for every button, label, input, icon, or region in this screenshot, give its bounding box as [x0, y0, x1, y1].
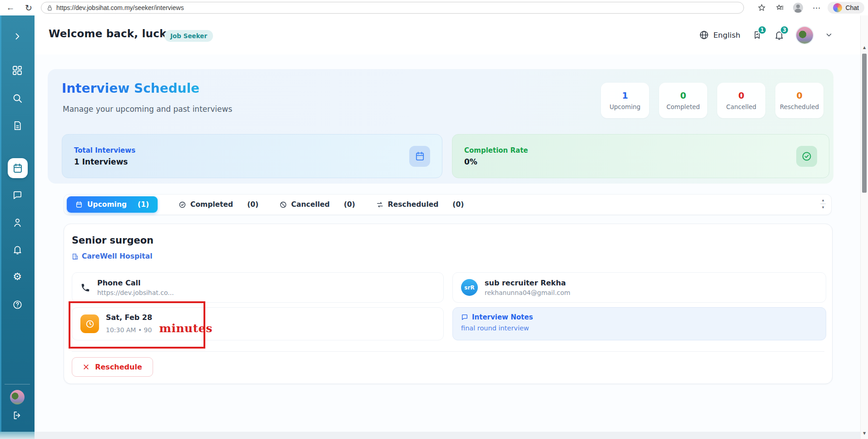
tab-count: (0) [344, 200, 355, 209]
saved-jobs-count: 1 [758, 25, 767, 35]
completion-rate-value: 0% [464, 157, 528, 166]
company-link[interactable]: CareWell Hospital [72, 252, 153, 260]
check-circle-icon [796, 146, 817, 167]
stat-label: Cancelled [726, 103, 756, 110]
bell-icon [12, 244, 23, 255]
interview-mode-link[interactable]: https://dev.jobsihat.co... [97, 289, 174, 296]
sidebar-item-search[interactable] [0, 88, 35, 108]
page-scrollbar[interactable]: ▲ ▼ [860, 15, 868, 439]
notifications-count: 3 [780, 25, 789, 35]
tab-label: Upcoming [87, 200, 127, 209]
tab-label: Cancelled [291, 200, 330, 209]
logout-icon [12, 410, 22, 420]
interview-mode-tile: Phone Call https://dev.jobsihat.co... [72, 272, 444, 303]
sidebar-logout-button[interactable] [0, 405, 35, 425]
sidebar-item-profile[interactable] [0, 212, 35, 232]
chevron-right-icon [13, 32, 22, 41]
stat-rescheduled: 0 Rescheduled [775, 83, 823, 118]
total-interviews-value: 1 Interviews [74, 157, 135, 166]
tabs-bar: Upcoming (1) Completed (0) Cancelled (0)… [64, 194, 832, 215]
building-icon [72, 253, 79, 260]
repeat-icon [376, 201, 384, 209]
tab-label: Completed [190, 200, 233, 209]
stat-label: Completed [666, 103, 700, 110]
interview-card: Senior surgeon CareWell Hospital Phone C… [64, 224, 833, 384]
chevron-down-icon[interactable] [825, 31, 833, 39]
tab-count: (0) [452, 200, 464, 209]
user-avatar[interactable] [796, 27, 813, 44]
sidebar-item-settings[interactable]: ⚙ [0, 267, 35, 287]
ban-icon [279, 201, 287, 209]
stat-completed: 0 Completed [659, 83, 707, 118]
interview-notes-panel: Interview Notes final round interview [452, 307, 826, 340]
more-menu-icon[interactable]: ⋯ [809, 1, 823, 15]
favorite-star-icon[interactable] [755, 1, 769, 15]
back-icon[interactable]: ← [3, 3, 18, 13]
section-subtitle: Manage your upcoming and past interviews [63, 105, 232, 114]
interview-mode-label: Phone Call [97, 279, 174, 287]
card-divider [72, 351, 824, 352]
tab-completed[interactable]: Completed (0) [179, 200, 258, 209]
tab-cancelled[interactable]: Cancelled (0) [279, 200, 355, 209]
sidebar-item-notifications[interactable] [0, 239, 35, 259]
language-selector[interactable]: English [699, 30, 740, 40]
sidebar-item-documents[interactable] [0, 115, 35, 135]
company-name: CareWell Hospital [82, 252, 153, 260]
calendar-icon [12, 163, 23, 174]
total-interviews-label: Total Interviews [74, 146, 135, 155]
sidebar-expand-button[interactable] [0, 26, 35, 46]
calendar-icon [75, 201, 83, 208]
sidebar-item-messages[interactable] [0, 185, 35, 205]
spinner-up-icon[interactable]: ▴ [822, 198, 824, 202]
stat-value: 0 [680, 90, 686, 100]
notifications-button[interactable]: 3 [774, 30, 784, 40]
recruiter-name: sub recruiter Rekha [485, 279, 570, 287]
tab-label: Rescheduled [388, 200, 438, 209]
stat-label: Upcoming [610, 103, 640, 110]
sidebar-avatar[interactable] [10, 390, 25, 404]
stat-value: 0 [796, 90, 802, 100]
scroll-down-icon[interactable]: ▼ [861, 431, 868, 435]
address-bar[interactable]: https://dev.jobsihat.com.my/seeker/inter… [41, 2, 744, 14]
x-icon [83, 364, 89, 370]
search-icon [12, 93, 23, 104]
screen: ← ↻ https://dev.jobsihat.com.my/seeker/i… [0, 0, 868, 439]
hero-panel: Interview Schedule Manage your upcoming … [48, 69, 833, 184]
dashboard-icon [12, 65, 23, 76]
site-header: Welcome back, lucky Job Seeker English 1… [35, 15, 860, 55]
page-title: Welcome back, lucky [49, 28, 174, 40]
copilot-chat-button[interactable]: Chat [828, 2, 864, 14]
tab-upcoming[interactable]: Upcoming (1) [67, 196, 158, 213]
calendar-icon [409, 146, 430, 167]
sidebar-item-dashboard[interactable] [0, 60, 35, 80]
help-icon [12, 299, 23, 310]
spinner-down-icon[interactable]: ▾ [822, 205, 824, 210]
saved-jobs-button[interactable]: 1 [752, 30, 762, 40]
total-interviews-card: Total Interviews 1 Interviews [62, 134, 442, 178]
copilot-chat-label: Chat [845, 4, 859, 11]
recruiter-tile: srR sub recruiter Rekha rekhanunna04@gma… [452, 272, 826, 303]
notes-text: final round interview [461, 324, 818, 332]
tab-rescheduled[interactable]: Rescheduled (0) [376, 200, 464, 209]
stats-row: 1 Upcoming 0 Completed 0 Cancelled 0 Res… [601, 83, 823, 118]
scroll-up-icon[interactable]: ▲ [861, 45, 868, 50]
annotation-red-box [69, 301, 205, 349]
tabs-scroll-spinner[interactable]: ▴ ▾ [820, 198, 826, 210]
scrollbar-thumb[interactable] [862, 54, 867, 193]
reschedule-button[interactable]: Reschedule [72, 357, 153, 377]
phone-icon [80, 283, 90, 293]
main-content: Interview Schedule Manage your upcoming … [35, 55, 860, 432]
sidebar-item-help[interactable] [0, 294, 35, 314]
tab-count: (1) [138, 200, 149, 209]
sidebar-divider [5, 384, 30, 384]
stat-value: 0 [738, 90, 744, 100]
person-icon [12, 217, 23, 228]
collections-icon[interactable] [773, 1, 787, 15]
browser-profile-icon[interactable] [791, 1, 805, 15]
refresh-icon[interactable]: ↻ [21, 3, 36, 13]
bottom-strip [0, 432, 868, 439]
sidebar-item-interviews-active[interactable] [8, 158, 28, 178]
url-text[interactable]: https://dev.jobsihat.com.my/seeker/inter… [56, 4, 184, 11]
browser-chrome: ← ↻ https://dev.jobsihat.com.my/seeker/i… [0, 0, 868, 16]
notes-bubble-icon [461, 314, 468, 321]
